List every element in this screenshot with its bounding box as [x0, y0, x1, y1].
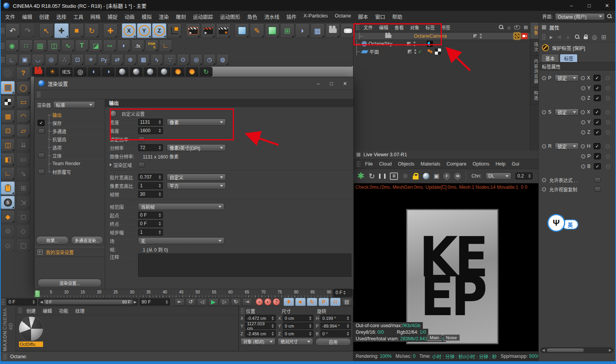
polygons-mode-icon[interactable]: ◧	[1, 153, 15, 166]
radio-icon[interactable]	[542, 178, 546, 182]
axis-z-icon[interactable]: Z	[152, 23, 166, 38]
cup-icon[interactable]: ◡	[32, 54, 44, 66]
form-select[interactable]: 当前帧	[138, 203, 224, 210]
edges-mode-icon[interactable]: ◫	[1, 138, 15, 152]
material-sphere-2-icon[interactable]	[130, 67, 143, 76]
workplane-icon[interactable]: ▦	[1, 110, 15, 123]
redo-icon[interactable]: ↷	[21, 23, 35, 38]
menu-脚本[interactable]: 脚本	[355, 13, 372, 20]
menu-渲染[interactable]: 渲染	[155, 13, 172, 20]
scroll-left-icon[interactable]: ◀	[542, 348, 545, 352]
play-button[interactable]: ▶	[208, 298, 218, 306]
eye-icon[interactable]	[514, 25, 520, 29]
stepper-icon[interactable]	[309, 332, 311, 336]
coord-input[interactable]: 0 °	[320, 330, 351, 337]
clock-icon[interactable]: ◷	[203, 54, 216, 66]
object-row-平面[interactable]: 平面✓	[353, 48, 530, 55]
instance-icon[interactable]: ∷	[19, 40, 33, 52]
material-pin-icon[interactable]: M	[454, 173, 461, 179]
octane-logo-icon[interactable]: ✱	[357, 171, 364, 181]
radio-icon[interactable]	[581, 76, 585, 80]
stepper-icon[interactable]	[33, 300, 35, 304]
key-scale-icon[interactable]: ■	[295, 298, 306, 306]
effects-button[interactable]: 效果...	[36, 236, 69, 245]
material-sphere-3-icon[interactable]	[144, 67, 157, 76]
dim-b8-icon[interactable]: ▢	[16, 239, 30, 252]
range-left-icon[interactable]: ◀	[40, 300, 43, 304]
move-icon[interactable]: ✚	[54, 23, 69, 38]
scale-icon[interactable]: ■	[69, 23, 84, 38]
stepper-icon[interactable]	[159, 230, 161, 234]
form-unit-select[interactable]: 自定义	[167, 174, 226, 181]
radio-icon[interactable]	[581, 164, 585, 169]
spline-pen-icon[interactable]: ✎	[250, 23, 264, 38]
dialog-titlebar[interactable]: 渲染设置 – □ ✕	[35, 77, 353, 90]
form-unit-select[interactable]: 像素/英寸(DPI)	[167, 144, 226, 151]
target-icon[interactable]: ◎	[592, 33, 597, 41]
coord-mode-select[interactable]: 对象 (相对)	[241, 338, 275, 345]
radio-icon[interactable]	[542, 187, 546, 191]
menu-流水线[interactable]: 流水线	[261, 13, 283, 20]
stepper-icon[interactable]	[159, 184, 161, 188]
next-key-button[interactable]: ↻	[231, 298, 241, 306]
toggle-off-icon[interactable]	[138, 162, 145, 167]
fire-1-icon[interactable]	[171, 67, 185, 76]
key-rotation-icon[interactable]: ↻	[307, 298, 317, 306]
gear-circle-icon[interactable]: ⊕	[124, 54, 137, 66]
poly-select-icon[interactable]: ▱	[16, 124, 30, 137]
gear-icon[interactable]: ✱	[402, 172, 408, 181]
menu-工具[interactable]: 工具	[70, 13, 87, 20]
render-nav-立体[interactable]: 立体	[35, 152, 105, 160]
menu-雕刻[interactable]: 雕刻	[172, 13, 189, 20]
grip-handle[interactable]	[1, 28, 5, 34]
stepper-icon[interactable]	[272, 324, 274, 328]
lock-select[interactable]: 锁定	[555, 109, 579, 116]
menu-Octane[interactable]: Octane	[331, 13, 355, 20]
coord-input[interactable]: 1127.019 cm	[245, 323, 276, 329]
points-mode-icon[interactable]: ⊡	[1, 124, 15, 137]
vertical-tab-构造[interactable]: 构造	[530, 88, 539, 104]
menu-X-Particles[interactable]: X-Particles	[300, 13, 331, 20]
half-sphere-right-icon[interactable]: ◑	[102, 67, 115, 76]
last-tool-icon[interactable]: ✚	[103, 23, 118, 38]
end-frame-input[interactable]: 90 F	[140, 298, 170, 305]
maximize-button[interactable]: □	[580, 0, 598, 11]
material-sphere-1-icon[interactable]	[116, 67, 129, 76]
checkbox-off-icon[interactable]	[38, 128, 45, 134]
visibility-dots-icon[interactable]	[480, 34, 482, 38]
dialog-minimize-button[interactable]: –	[317, 81, 320, 86]
search-icon[interactable]	[607, 14, 612, 19]
menu-帮助[interactable]: 帮助	[389, 13, 406, 20]
mat-menu-功能[interactable]: 功能	[55, 307, 72, 314]
channel-value-input[interactable]: 0.2	[516, 173, 533, 179]
deer-logo-icon[interactable]: Ψ	[547, 214, 565, 232]
key-parameter-icon[interactable]: P	[318, 298, 329, 306]
expander-icon[interactable]	[110, 163, 112, 166]
stepper-icon[interactable]	[309, 324, 311, 328]
back-arrow-icon[interactable]: ◀	[557, 33, 561, 40]
form-number-input[interactable]: 1	[138, 229, 163, 236]
menu-创建[interactable]: 创建	[36, 13, 53, 20]
form-number-input[interactable]: 1	[138, 182, 163, 189]
form-select[interactable]: 无	[138, 237, 224, 244]
radio-icon[interactable]	[542, 144, 546, 148]
coord-input[interactable]: -2.456 cm	[245, 330, 276, 337]
grip-handle[interactable]	[241, 308, 244, 314]
stepper-icon[interactable]	[159, 146, 161, 150]
checkbox-checked-icon[interactable]: ✓	[594, 119, 601, 125]
axis-mode-icon[interactable]: ∟	[1, 167, 15, 180]
viewer-tab-Noise[interactable]: Noise	[443, 335, 460, 341]
picture-region-icon[interactable]: ▣	[434, 173, 439, 179]
snap-icon[interactable]: S	[1, 196, 15, 209]
lock-resolution-icon[interactable]	[413, 176, 419, 179]
make-editable-icon[interactable]: ◉	[5, 40, 19, 52]
render-nav-选项[interactable]: 选项	[35, 143, 105, 152]
checkbox-checked-icon[interactable]: ✓	[594, 163, 601, 169]
mat-menu-纹理[interactable]: 纹理	[72, 307, 88, 314]
radio-icon[interactable]	[581, 86, 585, 90]
checkbox-checked-icon[interactable]: ✓	[594, 153, 601, 159]
keyframe-icon[interactable]: ◆	[1, 210, 15, 223]
key-pla-icon[interactable]: ∷	[330, 298, 341, 306]
particles-icon[interactable]: ∴	[58, 54, 71, 66]
text-tool-icon[interactable]: T	[75, 40, 88, 52]
